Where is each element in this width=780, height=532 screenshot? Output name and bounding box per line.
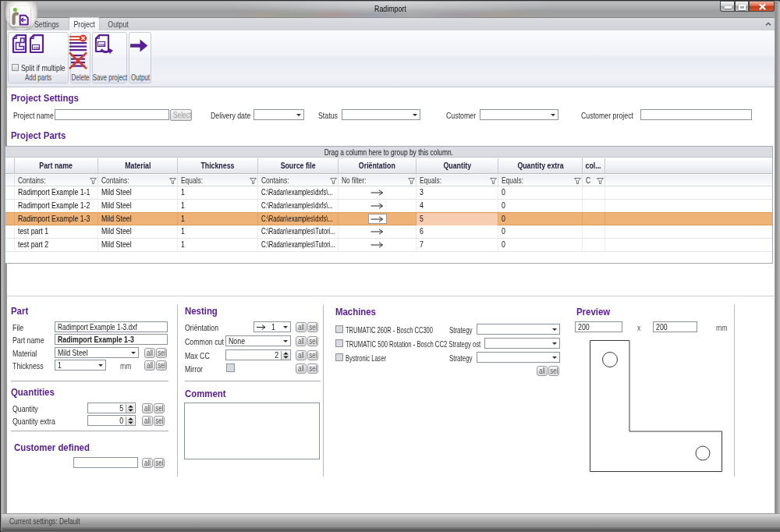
svg-text:csv: csv (34, 46, 40, 50)
svg-text:csv: csv (99, 43, 105, 47)
